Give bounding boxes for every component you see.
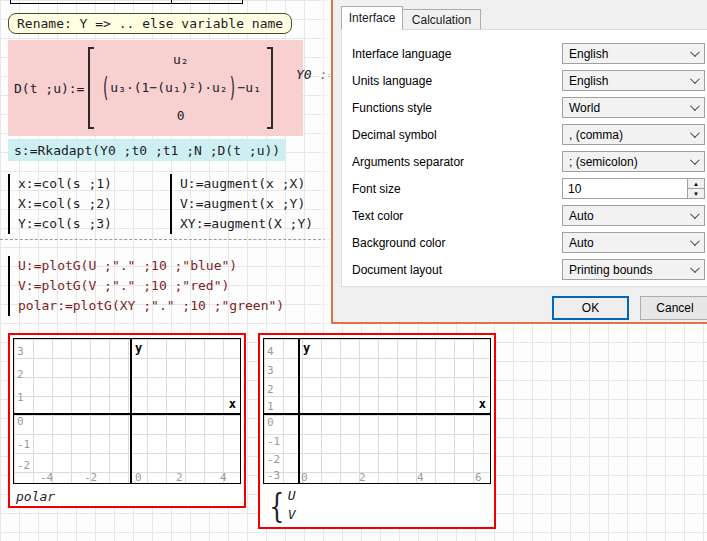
y-axis	[130, 339, 132, 483]
chevron-down-icon	[690, 47, 700, 57]
plot-caption: polar	[16, 489, 55, 504]
plotg-line-3: polar:=plotG(XY ;"." ;10 ;"green")	[18, 296, 284, 316]
plotg-group-region[interactable]: U:=plotG(U ;"." ;10 ;"blue") V:=plotG(V …	[8, 256, 284, 316]
y-axis	[298, 339, 300, 483]
rkadapt-text: s:=Rkadapt(Y0 ;t0 ;t1 ;N ;D(t ;u))	[14, 143, 280, 158]
y-tick: -3	[267, 469, 280, 482]
y-tick: 3	[267, 364, 274, 377]
y-tick: 0	[267, 416, 274, 429]
y-tick: 1	[267, 400, 274, 413]
big-paren-open: (	[101, 57, 109, 120]
matrix-bracket-right	[267, 47, 273, 129]
decimal-symbol-select[interactable]: , (comma)	[562, 124, 705, 145]
col-line-1: x:=col(s ;1)	[18, 174, 112, 194]
options-dialog: Interface Calculation Interface language…	[331, 0, 707, 324]
functions-style-select[interactable]: World	[562, 97, 705, 118]
field-label-background-color: Background color	[352, 236, 445, 250]
y-tick: 1	[17, 391, 24, 404]
plot-legend: { U V	[266, 485, 295, 525]
document-layout-select[interactable]: Printing bounds	[562, 259, 705, 280]
y-axis-label: y	[303, 341, 310, 355]
legend-series-u: U	[288, 486, 296, 505]
x-tick: 4	[220, 471, 227, 484]
field-label-arguments-separator: Arguments separator	[352, 155, 464, 169]
tab-calculation[interactable]: Calculation	[403, 9, 481, 30]
field-label-decimal-symbol: Decimal symbol	[352, 128, 437, 142]
plot-polar[interactable]: y x 3 2 1 0 -1 -2 -4 -2 0 2 4 polar	[8, 333, 246, 508]
y-tick: 3	[17, 345, 24, 358]
d-definition-region[interactable]: D(t ;u):= u₂ ( u₃·(1−(u₁)²)·u₂ ) −u₁ 0	[8, 40, 303, 136]
field-label-units-language: Units language	[352, 74, 432, 88]
cancel-button[interactable]: Cancel	[640, 296, 707, 320]
x-tick: 4	[417, 471, 424, 484]
page-break-line	[0, 239, 331, 240]
functions-style-value: World	[569, 101, 600, 115]
x-tick: 6	[475, 471, 482, 484]
y-tick: -1	[17, 438, 30, 451]
note-text: Rename: Y => .. else variable name	[17, 16, 283, 31]
chevron-down-icon	[690, 74, 700, 84]
y-axis-label: y	[135, 341, 142, 355]
matrix-row-2-tail: −u₁	[238, 73, 261, 103]
field-label-text-color: Text color	[352, 209, 403, 223]
x-axis-label: x	[229, 397, 236, 411]
text-color-value: Auto	[569, 209, 594, 223]
tab-interface[interactable]: Interface	[341, 6, 403, 30]
tab-interface-label: Interface	[349, 11, 396, 25]
chevron-down-icon	[690, 209, 700, 219]
rkadapt-region[interactable]: s:=Rkadapt(Y0 ;t0 ;t1 ;N ;D(t ;u))	[8, 139, 286, 161]
background-color-select[interactable]: Auto	[562, 232, 705, 253]
legend-brace: {	[269, 485, 284, 525]
cut-off-region	[10, 0, 243, 4]
matrix-row-2-body: u₃·(1−(u₁)²)·u₂	[110, 73, 227, 103]
matrix-row-3: 0	[100, 103, 261, 129]
decimal-symbol-value: , (comma)	[569, 128, 623, 142]
chevron-down-icon	[690, 101, 700, 111]
units-language-value: English	[569, 74, 608, 88]
interface-language-value: English	[569, 47, 608, 61]
chevron-down-icon	[690, 155, 700, 165]
spinner-up-icon[interactable]: ▲	[688, 179, 704, 189]
text-color-select[interactable]: Auto	[562, 205, 705, 226]
augment-line-3: XY:=augment(X ;Y)	[180, 214, 313, 234]
x-axis	[14, 413, 240, 415]
interface-language-select[interactable]: English	[562, 43, 705, 64]
y-tick: 4	[267, 345, 274, 358]
note-region[interactable]: Rename: Y => .. else variable name	[8, 13, 292, 34]
matrix-row-2: ( u₃·(1−(u₁)²)·u₂ ) −u₁	[100, 73, 261, 103]
matrix: u₂ ( u₃·(1−(u₁)²)·u₂ ) −u₁ 0	[88, 47, 273, 129]
col-group-region[interactable]: x:=col(s ;1) X:=col(s ;2) Y:=col(s ;3)	[8, 174, 112, 234]
x-tick: 2	[176, 471, 183, 484]
dialog-shadow	[319, 0, 331, 324]
font-size-value: 10	[563, 179, 687, 198]
plot-polar-area: y x 3 2 1 0 -1 -2 -4 -2 0 2 4	[13, 338, 241, 484]
arguments-separator-value: ; (semicolon)	[569, 155, 638, 169]
x-tick: 0	[135, 471, 142, 484]
augment-line-2: V:=augment(x ;Y)	[180, 194, 313, 214]
legend-series-v: V	[288, 505, 296, 524]
x-tick: -4	[40, 471, 53, 484]
font-size-spinner[interactable]: 10 ▲ ▼	[562, 178, 705, 199]
spinner-down-icon[interactable]: ▼	[688, 189, 704, 198]
field-label-functions-style: Functions style	[352, 101, 432, 115]
y-tick: -1	[267, 435, 280, 448]
y-tick: -2	[17, 459, 30, 472]
x-axis-label: x	[479, 397, 486, 411]
field-label-document-layout: Document layout	[352, 263, 442, 277]
interface-tab-page: Interface language English Units languag…	[341, 29, 707, 287]
x-tick: -2	[84, 471, 97, 484]
plot-uv[interactable]: y x 4 3 2 1 0 -1 -2 -3 0 2 4 6 { U V	[258, 333, 496, 529]
augment-line-1: U:=augment(x ;X)	[180, 174, 313, 194]
units-language-select[interactable]: English	[562, 70, 705, 91]
x-tick: 0	[301, 471, 308, 484]
field-label-font-size: Font size	[352, 182, 401, 196]
y-tick: -2	[267, 453, 280, 466]
col-line-2: X:=col(s ;2)	[18, 194, 112, 214]
ok-button[interactable]: OK	[552, 296, 629, 320]
augment-group-region[interactable]: U:=augment(x ;X) V:=augment(x ;Y) XY:=au…	[170, 174, 313, 234]
big-paren-close: )	[229, 57, 237, 120]
y-tick: 0	[17, 415, 24, 428]
matrix-row-1: u₂	[100, 47, 261, 73]
arguments-separator-select[interactable]: ; (semicolon)	[562, 151, 705, 172]
x-tick: 2	[359, 471, 366, 484]
